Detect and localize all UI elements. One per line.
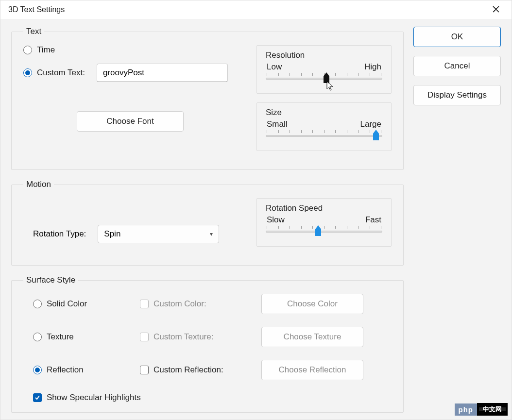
watermark-right: 中文网 [477, 403, 508, 416]
checkbox-icon [140, 333, 149, 341]
watermark-left: php [455, 403, 478, 416]
slider-rotation-fast: Fast [365, 215, 381, 225]
choose-color-button: Choose Color [261, 294, 363, 314]
radio-custom-text-label: Custom Text: [37, 68, 85, 78]
dialog-title: 3D Text Settings [8, 5, 65, 14]
group-motion-legend: Motion [23, 180, 54, 189]
group-text: Text Time [11, 27, 404, 170]
radio-icon [33, 300, 42, 308]
radio-icon [33, 333, 42, 341]
rotation-type-select[interactable]: Spin ▾ [98, 225, 219, 243]
check-specular-label: Show Specular Highlights [47, 393, 141, 403]
radio-icon [23, 46, 32, 54]
group-surface-style: Surface Style Solid Color Custom Color: … [11, 275, 404, 413]
dialog-3d-text-settings: 3D Text Settings Text Time [0, 0, 512, 420]
slider-rotation-title: Rotation Speed [266, 203, 382, 213]
titlebar: 3D Text Settings [0, 0, 512, 19]
radio-solid-color-label: Solid Color [47, 299, 87, 309]
slider-rotation-thumb[interactable] [315, 225, 322, 236]
slider-resolution: Resolution Low High [256, 45, 392, 94]
watermark-badge: php 中文网 [455, 403, 508, 416]
choose-font-button[interactable]: Choose Font [77, 111, 184, 132]
close-button[interactable] [488, 3, 504, 17]
slider-size-thumb[interactable] [373, 130, 379, 140]
slider-ticks [266, 130, 382, 134]
radio-solid-color[interactable]: Solid Color [33, 299, 140, 309]
check-custom-texture-label: Custom Texture: [154, 332, 213, 342]
radio-reflection-label: Reflection [47, 365, 84, 375]
slider-rotation-speed: Rotation Speed Slow Fast [256, 198, 392, 247]
slider-ticks [266, 226, 382, 230]
slider-size-large: Large [360, 119, 381, 129]
group-surface-legend: Surface Style [23, 275, 78, 285]
slider-resolution-title: Resolution [266, 50, 382, 60]
radio-custom-text[interactable]: Custom Text: [23, 68, 85, 78]
choose-reflection-button: Choose Reflection [261, 360, 363, 380]
radio-texture-label: Texture [47, 332, 74, 342]
slider-resolution-track[interactable] [266, 73, 382, 80]
check-specular-highlights[interactable]: Show Specular Highlights [33, 393, 392, 403]
radio-time[interactable]: Time [23, 45, 55, 55]
radio-texture[interactable]: Texture [33, 332, 140, 342]
radio-time-label: Time [37, 45, 55, 55]
radio-icon [33, 366, 42, 374]
close-icon [492, 5, 500, 13]
check-custom-reflection[interactable]: Custom Reflection: [140, 365, 261, 375]
display-settings-button[interactable]: Display Settings [413, 85, 501, 105]
rotation-type-label: Rotation Type: [33, 229, 86, 239]
slider-resolution-high: High [364, 62, 381, 72]
checkbox-icon [140, 300, 149, 308]
checkbox-icon [140, 366, 149, 374]
cursor-icon [326, 81, 334, 91]
checkbox-icon [33, 393, 42, 402]
rotation-type-value: Spin [104, 229, 120, 239]
slider-size: Size Small Large [256, 102, 392, 151]
group-motion: Motion Rotation Type: Spin ▾ Rotation Sp… [11, 180, 404, 266]
cancel-button[interactable]: Cancel [413, 56, 501, 76]
choose-texture-button: Choose Texture [261, 327, 363, 347]
radio-icon [23, 68, 32, 77]
slider-resolution-low: Low [267, 62, 282, 72]
group-text-legend: Text [23, 27, 44, 36]
check-custom-color: Custom Color: [140, 299, 261, 309]
radio-reflection[interactable]: Reflection [33, 365, 140, 375]
dialog-body: Text Time [0, 19, 512, 420]
custom-text-input[interactable] [97, 64, 228, 82]
slider-rotation-track[interactable] [266, 226, 382, 233]
ok-button[interactable]: OK [413, 27, 501, 47]
check-custom-reflection-label: Custom Reflection: [154, 365, 223, 375]
slider-size-title: Size [266, 108, 382, 118]
slider-size-small: Small [267, 119, 288, 129]
check-custom-texture: Custom Texture: [140, 332, 261, 342]
slider-rotation-slow: Slow [267, 215, 285, 225]
slider-size-track[interactable] [266, 130, 382, 137]
chevron-down-icon: ▾ [210, 231, 213, 237]
check-custom-color-label: Custom Color: [154, 299, 206, 309]
